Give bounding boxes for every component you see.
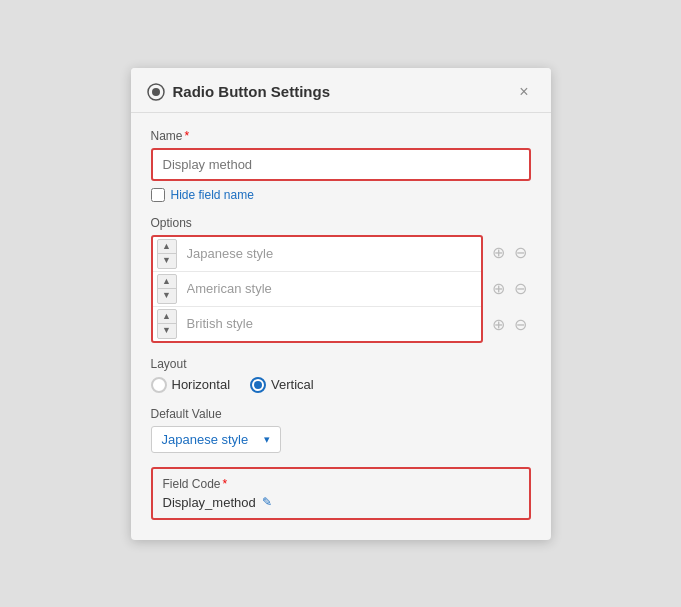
field-code-section: Field Code* Display_method ✎ — [151, 467, 531, 520]
option-input-1[interactable] — [181, 241, 477, 266]
default-value-section: Default Value Japanese style ▾ — [151, 407, 531, 453]
add-option-2-button[interactable]: ⊕ — [489, 279, 509, 299]
options-list: ▲ ▼ ▲ ▼ — [151, 235, 483, 343]
option-row: ▲ ▼ — [153, 307, 481, 341]
option-row: ▲ ▼ — [153, 237, 481, 272]
option-actions-2: ⊕ ⊖ — [489, 271, 531, 307]
hide-field-name-label: Hide field name — [171, 188, 254, 202]
name-section: Name* Hide field name — [151, 129, 531, 202]
sort-up-3[interactable]: ▲ — [158, 310, 176, 324]
close-button[interactable]: × — [513, 82, 534, 102]
option-actions-3: ⊕ ⊖ — [489, 307, 531, 343]
field-code-value: Display_method — [163, 495, 256, 510]
remove-option-3-button[interactable]: ⊖ — [511, 315, 531, 335]
add-option-3-button[interactable]: ⊕ — [489, 315, 509, 335]
layout-label: Layout — [151, 357, 531, 371]
sort-arrows-1: ▲ ▼ — [157, 239, 177, 269]
default-value-dropdown[interactable]: Japanese style ▾ — [151, 426, 281, 453]
svg-point-1 — [152, 88, 160, 96]
layout-section: Layout Horizontal Vertical — [151, 357, 531, 393]
radio-button-icon — [147, 83, 165, 101]
remove-option-2-button[interactable]: ⊖ — [511, 279, 531, 299]
edit-field-code-icon[interactable]: ✎ — [262, 495, 272, 509]
sort-down-3[interactable]: ▼ — [158, 324, 176, 338]
name-label: Name* — [151, 129, 531, 143]
field-code-value-row: Display_method ✎ — [163, 495, 519, 510]
required-star: * — [185, 129, 190, 143]
chevron-down-icon: ▾ — [264, 433, 270, 446]
field-code-required-star: * — [223, 477, 228, 491]
layout-radio-row: Horizontal Vertical — [151, 377, 531, 393]
vertical-radio-circle — [250, 377, 266, 393]
layout-horizontal-option[interactable]: Horizontal — [151, 377, 231, 393]
hide-field-name-checkbox[interactable] — [151, 188, 165, 202]
default-value-selected: Japanese style — [162, 432, 249, 447]
add-option-1-button[interactable]: ⊕ — [489, 243, 509, 263]
layout-vertical-option[interactable]: Vertical — [250, 377, 314, 393]
remove-option-1-button[interactable]: ⊖ — [511, 243, 531, 263]
option-input-2[interactable] — [181, 276, 477, 301]
option-row: ▲ ▼ — [153, 272, 481, 307]
vertical-label: Vertical — [271, 377, 314, 392]
option-actions-1: ⊕ ⊖ — [489, 235, 531, 271]
sort-up-2[interactable]: ▲ — [158, 275, 176, 289]
sort-up-1[interactable]: ▲ — [158, 240, 176, 254]
horizontal-label: Horizontal — [172, 377, 231, 392]
dialog-title: Radio Button Settings — [173, 83, 514, 100]
field-code-label: Field Code* — [163, 477, 519, 491]
dialog-header: Radio Button Settings × — [131, 68, 551, 113]
sort-down-2[interactable]: ▼ — [158, 289, 176, 303]
default-value-label: Default Value — [151, 407, 531, 421]
option-input-3[interactable] — [181, 311, 477, 336]
sort-arrows-3: ▲ ▼ — [157, 309, 177, 339]
option-action-buttons: ⊕ ⊖ ⊕ ⊖ ⊕ ⊖ — [489, 235, 531, 343]
radio-button-settings-dialog: Radio Button Settings × Name* Hide field… — [131, 68, 551, 540]
sort-arrows-2: ▲ ▼ — [157, 274, 177, 304]
dialog-body: Name* Hide field name Options ▲ ▼ — [131, 113, 551, 540]
hide-field-name-row: Hide field name — [151, 188, 531, 202]
sort-down-1[interactable]: ▼ — [158, 254, 176, 268]
name-input[interactable] — [151, 148, 531, 181]
options-label: Options — [151, 216, 531, 230]
horizontal-radio-circle — [151, 377, 167, 393]
options-section: Options ▲ ▼ ▲ ▼ — [151, 216, 531, 343]
